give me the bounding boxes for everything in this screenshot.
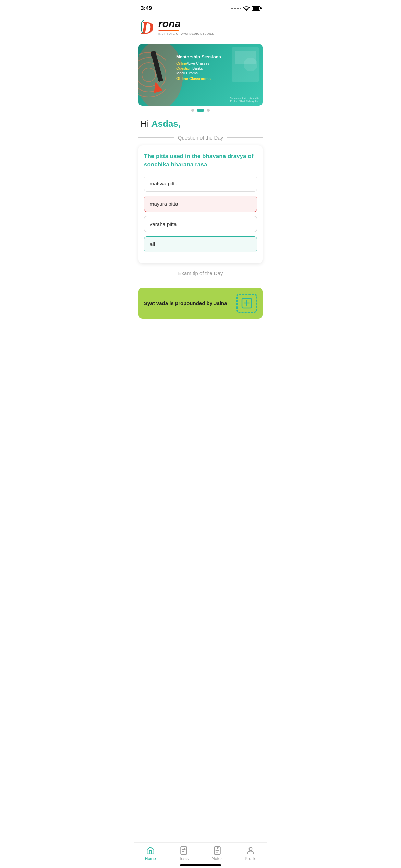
option-2[interactable]: mayura pitta	[144, 196, 257, 212]
svg-marker-7	[151, 81, 162, 93]
option-1[interactable]: matsya pitta	[144, 176, 257, 192]
exam-tip-text: Syat vada is propounded by Jaina	[144, 300, 233, 306]
greeting-name: Asdas,	[151, 119, 181, 129]
dot-1[interactable]	[191, 109, 194, 112]
question-section-title: Question of the Day	[174, 135, 228, 141]
banner-person-image	[228, 47, 259, 102]
exam-tip-line-right	[227, 273, 267, 273]
banner-caption: Course content delivered inEnglish / Hin…	[230, 97, 259, 103]
exam-tip-card: Syat vada is propounded by Jaina	[138, 288, 263, 319]
logo-subtitle: INSTITUTE OF AYURVEDIC STUDIES	[158, 32, 214, 35]
logo: D rona INSTITUTE OF AYURVEDIC STUDIES	[141, 17, 260, 36]
question-text: The pitta used in the bhavana dravya of …	[144, 152, 257, 169]
signal-icon	[231, 8, 241, 9]
section-line-left	[138, 137, 174, 138]
dot-3[interactable]	[207, 109, 210, 112]
status-bar: 3:49	[134, 0, 267, 14]
exam-tip-title-row: Exam tip of the Day	[134, 270, 267, 283]
wifi-icon	[243, 6, 250, 11]
exam-tip-line-left	[134, 273, 174, 273]
exam-tip-title: Exam tip of the Day	[174, 270, 227, 276]
logo-underline	[158, 30, 179, 31]
exam-tip-icon	[236, 294, 257, 313]
option-3[interactable]: varaha pitta	[144, 216, 257, 232]
logo-text: rona INSTITUTE OF AYURVEDIC STUDIES	[158, 18, 214, 35]
promo-banner: Mentorship Sessions Online/Live Classes …	[138, 44, 263, 106]
status-time: 3:49	[141, 5, 152, 12]
header: D rona INSTITUTE OF AYURVEDIC STUDIES	[134, 14, 267, 40]
svg-point-10	[244, 58, 257, 71]
banner-dots	[134, 109, 267, 112]
question-card: The pitta used in the bhavana dravya of …	[138, 145, 263, 263]
option-4[interactable]: all	[144, 236, 257, 252]
section-line-right	[227, 137, 263, 138]
banner-pencil-icon	[145, 47, 169, 102]
logo-rona: rona	[158, 18, 181, 29]
logo-d-icon: D	[141, 17, 158, 36]
dot-2[interactable]	[197, 109, 204, 112]
status-icons	[231, 6, 260, 11]
greeting-hi: Hi	[141, 119, 151, 129]
question-section-title-row: Question of the Day	[134, 135, 267, 141]
battery-icon	[252, 6, 260, 11]
svg-rect-6	[150, 51, 163, 82]
greeting-section: Hi Asdas,	[134, 115, 267, 135]
svg-point-0	[246, 10, 247, 11]
